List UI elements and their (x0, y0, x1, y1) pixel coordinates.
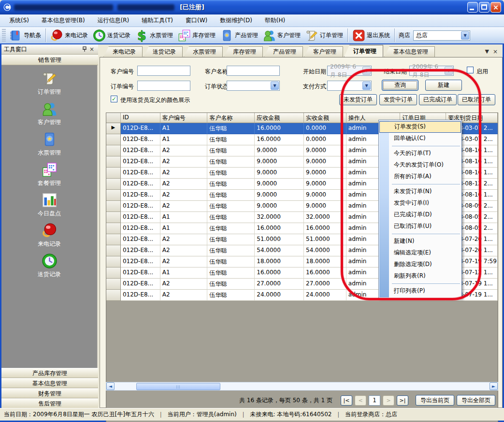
row-selector-cell[interactable] (106, 201, 121, 212)
sidebar-item-送货记录[interactable]: 送货记录 (1, 251, 97, 281)
chevron-down-icon[interactable]: ▼ (461, 31, 469, 40)
query-button[interactable]: 查询 (382, 80, 418, 91)
context-menu-item-订单发货(S)[interactable]: 订单发货(S) (379, 121, 461, 133)
color-checkbox[interactable]: ✓ (111, 96, 117, 102)
grid-column-header-客户名称[interactable]: 客户名称 (207, 113, 255, 123)
context-menu-item-编辑选定项(E)[interactable]: 编辑选定项(E) (379, 247, 461, 259)
export-current-page-button[interactable]: 导出当前页 (416, 395, 454, 406)
row-selector-cell[interactable]: ▶ (106, 123, 121, 134)
context-menu-item-回单确认(C)[interactable]: 回单确认(C) (379, 133, 461, 144)
toolbar-button-退出系统[interactable]: 退出系统 (350, 28, 392, 43)
chevron-down-icon[interactable]: ▼ (271, 82, 279, 90)
tab-订单管理[interactable]: 订单管理 (344, 45, 383, 57)
end-date-picker[interactable]: 2009年 6月 8日▼ (409, 66, 454, 76)
shop-combo[interactable]: 总店▼ (413, 30, 470, 41)
toolbar-button-产品管理[interactable]: 产品管理 (218, 28, 260, 43)
status-filter-button-发货中订单[interactable]: 发货中订单 (379, 94, 417, 105)
row-selector-cell[interactable] (106, 234, 121, 245)
toolbar-button-水票管理[interactable]: $水票管理 (133, 28, 175, 43)
row-selector-cell[interactable] (106, 256, 121, 267)
sidebar-item-来电记录[interactable]: 来电记录 (1, 220, 97, 251)
context-menu-item-打印列表(P)[interactable]: 打印列表(P) (379, 285, 461, 297)
menu-item[interactable]: 窗口(W) (180, 15, 213, 26)
new-button[interactable]: 新建 (425, 80, 462, 91)
scroll-left-icon[interactable]: ◄ (106, 382, 115, 390)
chevron-down-icon[interactable]: ▼ (445, 67, 453, 75)
tool-window-close-icon[interactable]: × (88, 46, 96, 53)
tab-产品管理[interactable]: 产品管理 (264, 46, 303, 57)
toolbar-button-导航条[interactable]: 导航条 (7, 28, 43, 43)
row-selector-cell[interactable] (106, 190, 121, 201)
row-selector-cell[interactable] (106, 223, 121, 234)
enable-checkbox[interactable] (467, 67, 474, 73)
page-number-input[interactable] (369, 395, 380, 406)
sidebar-group-产品库存管理[interactable]: 产品库存管理 (1, 368, 98, 378)
toolbar-button-来电记录[interactable]: 来电记录 (48, 28, 90, 43)
customer-name-input[interactable] (227, 66, 280, 76)
row-selector-cell[interactable] (106, 212, 121, 223)
context-menu-item-已取消订单(U)[interactable]: 已取消订单(U) (379, 221, 461, 232)
toolbar-button-库存管理[interactable]: 库存管理 (175, 28, 218, 43)
menu-item[interactable]: 辅助工具(T) (136, 15, 178, 26)
row-selector-cell[interactable] (106, 168, 121, 179)
row-selector-cell[interactable] (106, 290, 121, 301)
sidebar-item-订单管理[interactable]: 订单管理 (1, 68, 97, 98)
order-status-select[interactable]: ▼ (227, 81, 280, 91)
context-menu-item-发货中订单(I)[interactable]: 发货中订单(I) (379, 197, 461, 209)
sidebar-group-基本信息管理[interactable]: 基本信息管理 (1, 378, 98, 388)
tab-list-chevron-icon[interactable]: ▼ (485, 48, 489, 55)
horizontal-scrollbar[interactable]: ◄ ► (106, 382, 498, 391)
context-menu-item-已完成订单(D)[interactable]: 已完成订单(D) (379, 209, 461, 221)
sidebar-item-今日盘点[interactable]: 今日盘点 (1, 190, 97, 220)
status-filter-button-已完成订单[interactable]: 已完成订单 (419, 94, 457, 105)
grid-column-header-实收金额[interactable]: 实收金额 (304, 113, 346, 123)
status-filter-button-未发货订单[interactable]: 未发货订单 (339, 94, 377, 105)
row-selector-cell[interactable] (106, 245, 121, 256)
tab-来电记录[interactable]: 来电记录 (103, 46, 143, 57)
row-selector-cell[interactable] (106, 134, 121, 145)
first-page-button[interactable]: |< (341, 395, 352, 406)
sidebar-item-客户管理[interactable]: 客户管理 (1, 98, 97, 129)
context-menu-item-删除选定项(D)[interactable]: 删除选定项(D) (379, 259, 461, 270)
toolbar-button-客户管理[interactable]: 客户管理 (260, 28, 303, 43)
toolbar-grip[interactable] (2, 29, 6, 42)
tab-基本信息管理[interactable]: 基本信息管理 (384, 46, 435, 57)
context-menu-item-今天的订单(T)[interactable]: 今天的订单(T) (379, 148, 461, 159)
menu-item[interactable]: 系统(S) (4, 15, 34, 26)
grid-column-header-客户编号[interactable]: 客户编号 (160, 113, 208, 123)
context-menu-item-刷新列表(R)[interactable]: 刷新列表(R) (379, 270, 461, 282)
scroll-right-icon[interactable]: ► (490, 382, 498, 390)
row-selector-cell[interactable] (106, 145, 121, 156)
row-selector-cell[interactable] (106, 267, 121, 279)
close-button[interactable]: × (490, 2, 501, 13)
customer-no-input[interactable] (137, 66, 190, 76)
row-selector-cell[interactable] (106, 279, 121, 290)
context-menu-item-所有的订单(A)[interactable]: 所有的订单(A) (379, 171, 461, 183)
tab-送货记录[interactable]: 送货记录 (144, 46, 183, 57)
chevron-down-icon[interactable]: ▼ (362, 82, 371, 90)
minimize-button[interactable] (467, 2, 478, 13)
toolbar-button-订单管理[interactable]: 订单管理 (303, 28, 346, 43)
tab-客户管理[interactable]: 客户管理 (304, 46, 343, 57)
pay-method-select[interactable]: ▼ (327, 81, 372, 91)
toolbar-button-送货记录[interactable]: 送货记录 (90, 28, 133, 43)
start-date-picker[interactable]: 2009年 6月 8日▼ (327, 66, 372, 76)
last-page-button[interactable]: >| (397, 395, 408, 406)
pin-icon[interactable] (81, 46, 88, 53)
scrollbar-thumb[interactable] (136, 383, 220, 390)
sidebar-group-sales[interactable]: 销售管理 (1, 55, 98, 65)
grid-column-header-ID[interactable]: ID (121, 113, 160, 123)
tab-水票管理[interactable]: 水票管理 (184, 46, 223, 57)
tab-close-icon[interactable]: × (493, 48, 498, 55)
context-menu-item-今天的发货订单(O)[interactable]: 今天的发货订单(O) (379, 159, 461, 171)
status-filter-button-已取消订单[interactable]: 已取消订单 (458, 94, 495, 105)
tab-库存管理[interactable]: 库存管理 (224, 46, 263, 57)
row-selector-cell[interactable] (106, 179, 121, 190)
context-menu-item-未发货订单(N)[interactable]: 未发货订单(N) (379, 186, 461, 197)
export-all-pages-button[interactable]: 导出全部页 (457, 395, 495, 406)
row-selector-cell[interactable] (106, 156, 121, 168)
menu-item[interactable]: 帮助(H) (259, 15, 290, 26)
sidebar-item-套餐管理[interactable]: 套餐管理 (1, 159, 97, 190)
maximize-button[interactable] (479, 2, 490, 13)
sidebar-group-财务管理[interactable]: 财务管理 (1, 388, 98, 398)
